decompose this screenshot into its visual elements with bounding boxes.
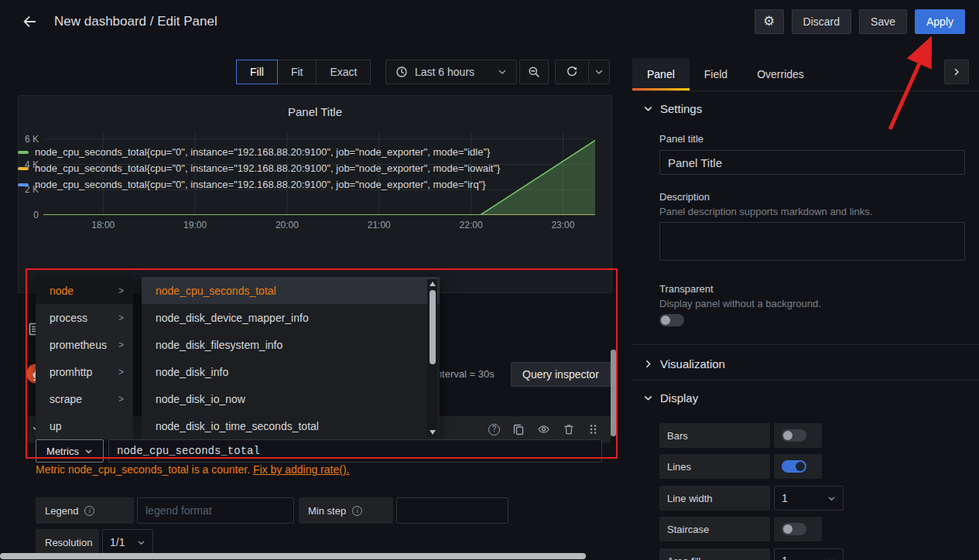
sidebar-collapse-button[interactable]: [944, 60, 969, 84]
editor-vertical-scrollbar[interactable]: [611, 350, 616, 436]
x-tick-label: 21:00: [360, 220, 399, 230]
info-icon: i: [84, 506, 94, 516]
bars-toggle[interactable]: [774, 423, 822, 448]
resolution-label: Resolution: [36, 529, 99, 555]
scroll-up-icon[interactable]: [427, 279, 437, 289]
promql-query-input[interactable]: [108, 439, 602, 463]
metric-option[interactable]: node_cpu_seconds_total: [142, 277, 440, 304]
resolution-select[interactable]: 1/1: [102, 529, 153, 555]
legend-format-input[interactable]: [137, 497, 294, 524]
metric-list-scrollbar[interactable]: [427, 279, 437, 437]
line-width-select[interactable]: 1: [774, 486, 844, 510]
metric-option[interactable]: node_disk_info: [142, 358, 440, 385]
description-textarea[interactable]: [659, 222, 965, 261]
info-icon: i: [352, 506, 362, 516]
fix-rate-link[interactable]: Fix by adding rate().: [253, 463, 350, 476]
time-range-label: Last 6 hours: [415, 66, 474, 78]
time-range-picker[interactable]: Last 6 hours: [385, 60, 517, 84]
submenu-arrow-icon: >: [118, 285, 124, 296]
panel-title-input[interactable]: [659, 150, 965, 175]
panel-preview: Panel Title 02 K4 K6 K 18:0019:0020:0021…: [18, 95, 612, 293]
scroll-down-icon[interactable]: [427, 428, 437, 437]
settings-section-header[interactable]: Settings: [643, 102, 702, 115]
fit-mode-fill[interactable]: Fill: [236, 60, 278, 84]
legend-item: node_cpu_seconds_total{cpu="0", instance…: [18, 144, 500, 160]
display-option-bars: Bars: [659, 423, 969, 448]
metrics-dropdown-button[interactable]: Metrics: [36, 439, 104, 463]
warning-text: Metric node_cpu_seconds_total is a count…: [36, 463, 250, 476]
legend-swatch[interactable]: [18, 183, 29, 186]
eye-icon[interactable]: [537, 423, 550, 435]
clock-icon: [395, 66, 408, 78]
back-button[interactable]: [14, 6, 45, 37]
metric-list-submenu: node_cpu_seconds_total node_disk_device_…: [142, 277, 440, 439]
metric-option[interactable]: node_disk_io_now: [142, 385, 440, 412]
category-up[interactable]: up: [36, 412, 133, 439]
y-tick-label: 0: [19, 210, 39, 220]
lines-toggle[interactable]: [774, 454, 822, 479]
sidebar-tabbar: Panel Field Overrides: [632, 58, 979, 91]
fit-mode-group: Fill Fit Exact: [236, 60, 371, 84]
legend-swatch[interactable]: [18, 151, 29, 154]
category-process[interactable]: process>: [36, 304, 133, 331]
chevron-down-icon: [827, 494, 836, 503]
submenu-arrow-icon: >: [118, 394, 124, 405]
category-scrape[interactable]: scrape>: [36, 385, 133, 412]
gear-icon: ⚙: [763, 13, 775, 29]
display-section-header[interactable]: Display: [643, 391, 698, 405]
panel-title-label: Panel title: [659, 133, 703, 145]
dashboard-settings-button[interactable]: ⚙: [755, 9, 784, 34]
page-title: New dashboard / Edit Panel: [54, 14, 217, 29]
transparent-toggle[interactable]: [659, 314, 684, 326]
horizontal-scrollbar[interactable]: [0, 553, 586, 559]
zoom-out-button[interactable]: [519, 60, 549, 84]
duplicate-icon[interactable]: [512, 423, 525, 435]
category-promhttp[interactable]: promhttp>: [36, 358, 133, 385]
refresh-interval-dropdown[interactable]: [588, 60, 610, 84]
discard-button[interactable]: Discard: [792, 9, 851, 34]
tab-panel[interactable]: Panel: [632, 58, 690, 90]
resolution-value: 1/1: [110, 536, 125, 548]
category-node[interactable]: node>: [36, 277, 133, 304]
metric-option[interactable]: node_disk_io_time_seconds_total: [142, 412, 440, 439]
fit-mode-fit[interactable]: Fit: [277, 60, 317, 84]
header-bar: New dashboard / Edit Panel ⚙ Discard Sav…: [0, 0, 979, 43]
visualization-section-header[interactable]: Visualization: [643, 357, 725, 370]
min-step-label: Min step i: [299, 497, 393, 524]
x-tick-label: 19:00: [176, 220, 214, 230]
legend-label[interactable]: node_cpu_seconds_total{cpu="0", instance…: [35, 179, 486, 190]
staircase-toggle[interactable]: [774, 517, 822, 541]
panel-title[interactable]: Panel Title: [19, 105, 611, 118]
chevron-down-icon: [137, 538, 145, 547]
x-axis-labels: 18:0019:0020:0021:0022:0023:00: [43, 220, 595, 232]
x-tick-label: 20:00: [268, 220, 306, 230]
transparent-hint: Display panel without a background.: [659, 298, 821, 309]
metric-option[interactable]: node_disk_device_mapper_info: [142, 304, 440, 331]
metric-option[interactable]: node_disk_filesystem_info: [142, 331, 440, 358]
display-option-line-width: Line width 1: [659, 486, 969, 510]
legend-label[interactable]: node_cpu_seconds_total{cpu="0", instance…: [35, 162, 500, 174]
tab-field[interactable]: Field: [690, 58, 742, 90]
option-label: Line width: [659, 486, 770, 510]
query-inspector-button[interactable]: Query inspector: [511, 362, 611, 387]
scrollbar-thumb[interactable]: [430, 290, 436, 364]
min-step-input[interactable]: [396, 497, 508, 524]
legend-label[interactable]: node_cpu_seconds_total{cpu="0", instance…: [35, 146, 490, 158]
submenu-arrow-icon: >: [118, 312, 124, 323]
fit-mode-exact[interactable]: Exact: [316, 60, 371, 84]
description-hint: Panel description supports markdown and …: [659, 206, 872, 217]
area-fill-select[interactable]: 1: [774, 548, 844, 560]
help-icon[interactable]: ?: [488, 424, 500, 435]
drag-handle-icon[interactable]: [587, 423, 598, 435]
option-label: Area fill: [659, 548, 770, 560]
apply-button[interactable]: Apply: [915, 9, 965, 34]
tab-overrides[interactable]: Overrides: [742, 58, 819, 90]
legend-swatch[interactable]: [18, 167, 29, 170]
save-button[interactable]: Save: [859, 9, 907, 34]
category-prometheus[interactable]: prometheus>: [36, 331, 133, 358]
description-label: Description: [659, 191, 710, 203]
query-row-actions: ?: [488, 416, 598, 442]
chevron-down-icon: [594, 67, 604, 77]
refresh-button[interactable]: [555, 60, 589, 84]
trash-icon[interactable]: [563, 423, 575, 435]
